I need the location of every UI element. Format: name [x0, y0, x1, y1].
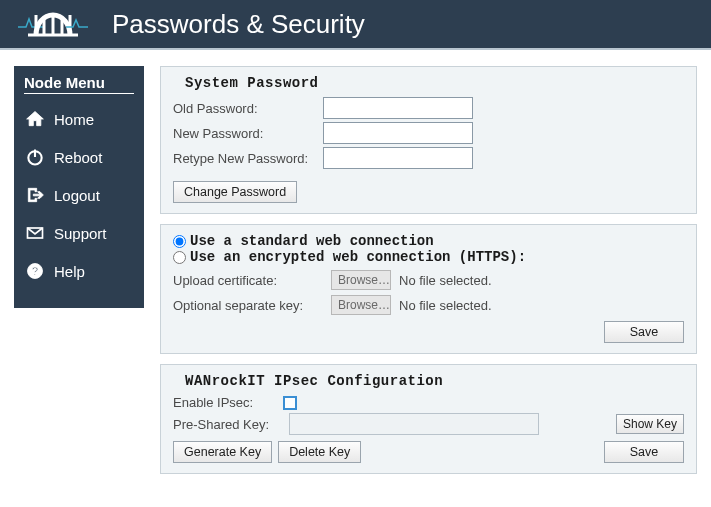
new-password-input[interactable] — [323, 122, 473, 144]
ipsec-save-button[interactable]: Save — [604, 441, 684, 463]
new-password-label: New Password: — [173, 126, 323, 141]
logo-bridge-icon — [18, 5, 88, 43]
psk-label: Pre-Shared Key: — [173, 417, 283, 432]
change-password-button[interactable]: Change Password — [173, 181, 297, 203]
svg-text:?: ? — [31, 264, 38, 277]
optional-key-label: Optional separate key: — [173, 298, 323, 313]
ipsec-heading: WANrockIT IPsec Configuration — [173, 373, 684, 389]
enable-ipsec-label: Enable IPsec: — [173, 395, 283, 410]
sidebar: Node Menu Home Reboot Logout Support — [14, 66, 144, 308]
envelope-icon — [24, 222, 46, 244]
browse-key-button[interactable]: Browse… — [331, 295, 391, 315]
sidebar-item-label: Home — [54, 111, 94, 128]
radio-standard-connection[interactable] — [173, 235, 186, 248]
retype-password-input[interactable] — [323, 147, 473, 169]
psk-input[interactable] — [289, 413, 539, 435]
enable-ipsec-checkbox[interactable] — [283, 396, 297, 410]
key-file-status: No file selected. — [399, 298, 492, 313]
ipsec-panel: WANrockIT IPsec Configuration Enable IPs… — [160, 364, 697, 474]
old-password-label: Old Password: — [173, 101, 323, 116]
generate-key-button[interactable]: Generate Key — [173, 441, 272, 463]
retype-password-label: Retype New Password: — [173, 151, 323, 166]
sidebar-item-home[interactable]: Home — [24, 100, 134, 138]
sidebar-item-label: Help — [54, 263, 85, 280]
page-title: Passwords & Security — [112, 9, 365, 40]
logout-icon — [24, 184, 46, 206]
sidebar-item-logout[interactable]: Logout — [24, 176, 134, 214]
browse-certificate-button[interactable]: Browse… — [331, 270, 391, 290]
connection-save-button[interactable]: Save — [604, 321, 684, 343]
old-password-input[interactable] — [323, 97, 473, 119]
power-icon — [24, 146, 46, 168]
system-password-panel: System Password Old Password: New Passwo… — [160, 66, 697, 214]
sidebar-item-help[interactable]: ? Help — [24, 252, 134, 290]
sidebar-item-label: Reboot — [54, 149, 102, 166]
certificate-file-status: No file selected. — [399, 273, 492, 288]
radio-standard-label: Use a standard web connection — [190, 233, 434, 249]
home-icon — [24, 108, 46, 130]
radio-encrypted-label: Use an encrypted web connection (HTTPS): — [190, 249, 526, 265]
sidebar-item-label: Logout — [54, 187, 100, 204]
system-password-heading: System Password — [173, 75, 684, 91]
main-content: System Password Old Password: New Passwo… — [160, 66, 697, 474]
upload-certificate-label: Upload certificate: — [173, 273, 323, 288]
help-icon: ? — [24, 260, 46, 282]
sidebar-item-label: Support — [54, 225, 107, 242]
header: Passwords & Security — [0, 0, 711, 50]
show-key-button[interactable]: Show Key — [616, 414, 684, 434]
radio-encrypted-connection[interactable] — [173, 251, 186, 264]
sidebar-item-support[interactable]: Support — [24, 214, 134, 252]
connection-panel: Use a standard web connection Use an enc… — [160, 224, 697, 354]
sidebar-item-reboot[interactable]: Reboot — [24, 138, 134, 176]
sidebar-title: Node Menu — [24, 72, 134, 94]
delete-key-button[interactable]: Delete Key — [278, 441, 361, 463]
